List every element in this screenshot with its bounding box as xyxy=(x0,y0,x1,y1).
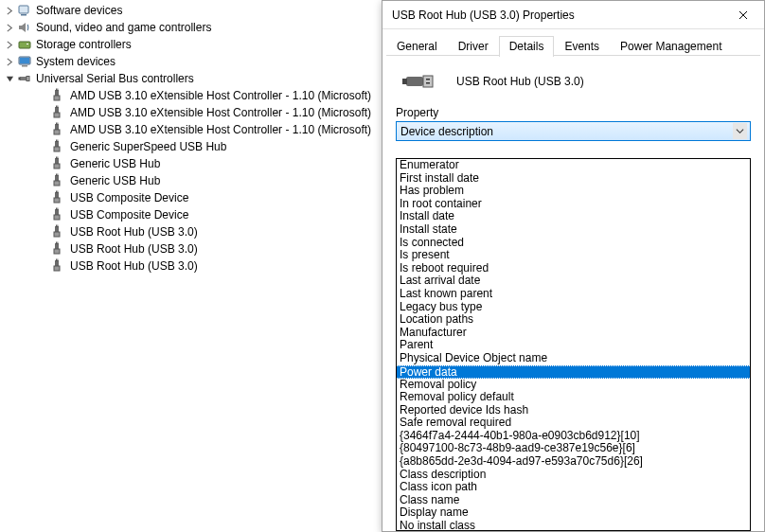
property-option[interactable]: Parent xyxy=(397,339,750,352)
property-option[interactable]: Power data xyxy=(397,365,750,379)
svg-rect-19 xyxy=(54,130,60,134)
expand-icon[interactable] xyxy=(4,39,15,50)
tree-label: Generic SuperSpeed USB Hub xyxy=(70,140,226,153)
tree-item-usb-device[interactable]: AMD USB 3.10 eXtensible Host Controller … xyxy=(21,104,382,121)
tree-label: Universal Serial Bus controllers xyxy=(36,72,194,85)
property-option[interactable]: No install class xyxy=(397,520,750,531)
property-option[interactable]: First install date xyxy=(397,172,750,186)
titlebar: USB Root Hub (USB 3.0) Properties xyxy=(382,1,764,29)
property-option[interactable]: Display name xyxy=(397,506,750,520)
svg-rect-51 xyxy=(54,266,60,271)
svg-rect-6 xyxy=(22,65,27,67)
tree-item-usb-device[interactable]: AMD USB 3.10 eXtensible Host Controller … xyxy=(21,121,382,138)
svg-rect-48 xyxy=(56,242,57,244)
usb-plug-icon xyxy=(51,122,66,137)
property-option[interactable]: Legacy bus type xyxy=(397,301,750,314)
tree-item-usb-device[interactable]: USB Root Hub (USB 3.0) xyxy=(21,223,382,240)
svg-rect-47 xyxy=(54,249,60,254)
tree-label: Software devices xyxy=(36,4,122,17)
property-option[interactable]: Install date xyxy=(397,210,750,223)
tree-item-usb-device[interactable]: USB Composite Device xyxy=(21,206,382,223)
tab-driver[interactable]: Driver xyxy=(448,36,499,57)
usb-plug-icon xyxy=(51,224,66,239)
tree-item-sound-video-game[interactable]: Sound, video and game controllers xyxy=(4,19,382,36)
property-option[interactable]: Removal policy xyxy=(397,379,750,392)
tree-item-usb-device[interactable]: Generic SuperSpeed USB Hub xyxy=(21,138,382,155)
property-option[interactable]: Last arrival date xyxy=(397,275,750,288)
collapse-icon[interactable] xyxy=(4,73,15,84)
software-device-icon xyxy=(17,3,32,18)
tree-label: USB Composite Device xyxy=(70,191,188,204)
property-option[interactable]: Install state xyxy=(397,223,750,237)
property-option[interactable]: Manufacturer xyxy=(397,327,750,340)
svg-rect-24 xyxy=(56,140,57,142)
property-options-list[interactable]: EnumeratorFirst install dateHas problemI… xyxy=(396,158,751,531)
property-option[interactable]: Is reboot required xyxy=(397,262,750,275)
property-option[interactable]: Last known parent xyxy=(397,288,750,301)
tree-label: USB Root Hub (USB 3.0) xyxy=(70,225,198,239)
property-option[interactable]: Class description xyxy=(397,469,750,482)
svg-rect-2 xyxy=(19,42,30,48)
property-option[interactable]: Physical Device Object name xyxy=(397,352,750,365)
svg-rect-29 xyxy=(58,157,59,159)
property-option[interactable]: {a8b865dd-2e3d-4094-ad97-e593a70c75d6}[2… xyxy=(397,455,750,469)
property-option[interactable]: Enumerator xyxy=(397,159,750,172)
tree-label: AMD USB 3.10 eXtensible Host Controller … xyxy=(70,106,371,119)
close-button[interactable] xyxy=(722,1,764,29)
property-label: Property xyxy=(396,106,751,119)
tab-underline xyxy=(386,55,760,56)
property-option[interactable]: {80497100-8c73-48b9-aad9-ce387e19c56e}[6… xyxy=(397,442,750,455)
svg-rect-53 xyxy=(58,259,59,261)
svg-rect-10 xyxy=(55,90,59,96)
property-option[interactable]: Is connected xyxy=(397,237,750,250)
property-dropdown[interactable]: Device description xyxy=(396,121,751,141)
svg-rect-21 xyxy=(58,123,59,125)
dropdown-selected-text: Device description xyxy=(400,125,733,138)
expand-icon[interactable] xyxy=(4,56,15,67)
svg-rect-11 xyxy=(54,96,60,100)
tree-item-usb-device[interactable]: Generic USB Hub xyxy=(21,172,382,189)
svg-rect-22 xyxy=(55,141,59,147)
svg-rect-14 xyxy=(55,107,59,113)
property-option[interactable]: Class name xyxy=(397,494,750,507)
property-option[interactable]: Reported device Ids hash xyxy=(397,404,750,417)
property-option[interactable]: Class icon path xyxy=(397,481,750,494)
tree-item-usb-controllers[interactable]: Universal Serial Bus controllers xyxy=(4,70,382,87)
window-title: USB Root Hub (USB 3.0) Properties xyxy=(392,9,722,22)
properties-dialog: USB Root Hub (USB 3.0) Properties Genera… xyxy=(382,0,765,532)
property-option[interactable]: In root container xyxy=(397,198,750,211)
svg-rect-25 xyxy=(58,140,59,142)
tab-power-management[interactable]: Power Management xyxy=(610,36,732,57)
tree-item-usb-device[interactable]: USB Root Hub (USB 3.0) xyxy=(21,257,382,275)
tree-item-software-devices[interactable]: Software devices xyxy=(4,2,382,19)
usb-plug-icon xyxy=(51,139,66,154)
tree-item-usb-device[interactable]: USB Root Hub (USB 3.0) xyxy=(21,240,382,257)
expand-icon[interactable] xyxy=(4,5,15,16)
tabstrip: General Driver Details Events Power Mana… xyxy=(382,29,764,56)
tab-general[interactable]: General xyxy=(386,36,448,57)
usb-plug-icon xyxy=(51,173,66,188)
usb-plug-icon xyxy=(51,207,66,222)
svg-rect-39 xyxy=(54,215,60,220)
svg-rect-58 xyxy=(402,79,407,84)
tree-label: AMD USB 3.10 eXtensible Host Controller … xyxy=(70,89,371,102)
svg-rect-46 xyxy=(55,243,59,249)
property-option[interactable]: Safe removal required xyxy=(397,417,750,430)
tree-item-usb-device[interactable]: AMD USB 3.10 eXtensible Host Controller … xyxy=(21,87,382,104)
property-option[interactable]: Is present xyxy=(397,249,750,262)
property-option[interactable]: Has problem xyxy=(397,185,750,198)
svg-rect-33 xyxy=(58,174,59,176)
property-option[interactable]: Location paths xyxy=(397,313,750,327)
property-option[interactable]: {3464f7a4-2444-40b1-980a-e0903cb6d912}[1… xyxy=(397,430,750,443)
tree-item-system-devices[interactable]: System devices xyxy=(4,53,382,70)
tab-details[interactable]: Details xyxy=(499,36,555,57)
property-option[interactable]: Removal policy default xyxy=(397,391,750,404)
tab-events[interactable]: Events xyxy=(554,36,610,57)
tree-item-storage-controllers[interactable]: Storage controllers xyxy=(4,36,382,53)
svg-rect-37 xyxy=(58,191,59,193)
tree-item-usb-device[interactable]: USB Composite Device xyxy=(21,189,382,206)
tree-children-usb: AMD USB 3.10 eXtensible Host Controller … xyxy=(4,87,382,275)
svg-rect-18 xyxy=(55,124,59,130)
tree-item-usb-device[interactable]: Generic USB Hub xyxy=(21,155,382,172)
expand-icon[interactable] xyxy=(4,22,15,33)
